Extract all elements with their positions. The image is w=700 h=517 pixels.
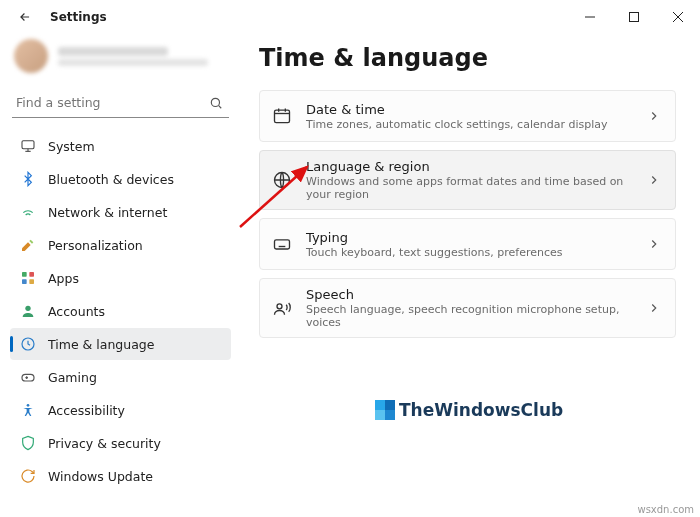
search-input[interactable] — [16, 95, 209, 110]
watermark-logo-icon — [375, 400, 395, 420]
accessibility-icon — [20, 402, 36, 418]
bluetooth-icon — [20, 171, 36, 187]
svg-point-4 — [211, 98, 219, 106]
card-subtitle: Speech language, speech recognition micr… — [306, 303, 633, 329]
sidebar-item-label: Personalization — [48, 238, 143, 253]
card-title: Date & time — [306, 102, 633, 117]
svg-rect-12 — [29, 279, 34, 284]
setting-card-keyboard[interactable]: Typing Touch keyboard, text suggestions,… — [259, 218, 676, 270]
svg-rect-1 — [630, 13, 639, 22]
svg-rect-24 — [275, 240, 290, 249]
nav-list: SystemBluetooth & devicesNetwork & inter… — [10, 130, 231, 492]
keyboard-icon — [272, 234, 292, 254]
sidebar-item-label: Accounts — [48, 304, 105, 319]
page-title: Time & language — [259, 44, 676, 72]
chevron-right-icon — [647, 237, 661, 251]
sidebar-item-label: Apps — [48, 271, 79, 286]
clock-icon — [272, 106, 292, 126]
card-title: Language & region — [306, 159, 633, 174]
sidebar-item-label: Time & language — [48, 337, 154, 352]
sidebar-item-time[interactable]: Time & language — [10, 328, 231, 360]
sidebar-item-accessibility[interactable]: Accessibility — [10, 394, 231, 426]
sidebar-item-label: Accessibility — [48, 403, 125, 418]
svg-rect-10 — [29, 272, 34, 277]
accounts-icon — [20, 303, 36, 319]
profile-section[interactable] — [10, 34, 231, 78]
update-icon — [20, 468, 36, 484]
svg-rect-11 — [22, 279, 27, 284]
sidebar-item-personalization[interactable]: Personalization — [10, 229, 231, 261]
search-icon — [209, 96, 223, 110]
card-subtitle: Windows and some apps format dates and t… — [306, 175, 633, 201]
sidebar-item-label: Bluetooth & devices — [48, 172, 174, 187]
sidebar-item-label: Network & internet — [48, 205, 167, 220]
card-title: Speech — [306, 287, 633, 302]
sidebar-item-system[interactable]: System — [10, 130, 231, 162]
gaming-icon — [20, 369, 36, 385]
minimize-icon — [585, 12, 595, 22]
chevron-right-icon — [647, 173, 661, 187]
card-subtitle: Touch keyboard, text suggestions, prefer… — [306, 246, 633, 259]
system-icon — [20, 138, 36, 154]
close-button[interactable] — [656, 0, 700, 34]
setting-card-globe[interactable]: Language & region Windows and some apps … — [259, 150, 676, 210]
card-subtitle: Time zones, automatic clock settings, ca… — [306, 118, 633, 131]
svg-line-5 — [219, 105, 222, 108]
sidebar-item-label: Windows Update — [48, 469, 153, 484]
personalization-icon — [20, 237, 36, 253]
sidebar-item-network[interactable]: Network & internet — [10, 196, 231, 228]
sidebar-item-apps[interactable]: Apps — [10, 262, 231, 294]
sidebar: SystemBluetooth & devicesNetwork & inter… — [0, 34, 237, 499]
avatar — [14, 39, 48, 73]
svg-rect-9 — [22, 272, 27, 277]
privacy-icon — [20, 435, 36, 451]
svg-point-18 — [27, 404, 30, 407]
sidebar-item-label: System — [48, 139, 95, 154]
close-icon — [673, 12, 683, 22]
globe-icon — [272, 170, 292, 190]
chevron-right-icon — [647, 301, 661, 315]
arrow-left-icon — [18, 10, 32, 24]
sidebar-item-bluetooth[interactable]: Bluetooth & devices — [10, 163, 231, 195]
maximize-icon — [629, 12, 639, 22]
sidebar-item-label: Gaming — [48, 370, 97, 385]
svg-rect-19 — [275, 110, 290, 123]
sidebar-item-gaming[interactable]: Gaming — [10, 361, 231, 393]
svg-point-29 — [277, 304, 282, 309]
maximize-button[interactable] — [612, 0, 656, 34]
sidebar-item-privacy[interactable]: Privacy & security — [10, 427, 231, 459]
network-icon — [20, 204, 36, 220]
time-icon — [20, 336, 36, 352]
sidebar-item-label: Privacy & security — [48, 436, 161, 451]
sidebar-item-accounts[interactable]: Accounts — [10, 295, 231, 327]
titlebar: Settings — [0, 0, 700, 34]
chevron-right-icon — [647, 109, 661, 123]
back-button[interactable] — [14, 6, 36, 28]
sidebar-item-update[interactable]: Windows Update — [10, 460, 231, 492]
window-title: Settings — [50, 10, 107, 24]
main-content: Time & language Date & time Time zones, … — [237, 34, 700, 499]
setting-card-clock[interactable]: Date & time Time zones, automatic clock … — [259, 90, 676, 142]
attribution-text: wsxdn.com — [637, 504, 694, 515]
settings-cards: Date & time Time zones, automatic clock … — [259, 90, 676, 338]
apps-icon — [20, 270, 36, 286]
svg-point-13 — [25, 306, 30, 311]
setting-card-speech[interactable]: Speech Speech language, speech recogniti… — [259, 278, 676, 338]
card-title: Typing — [306, 230, 633, 245]
watermark-text: TheWindowsClub — [399, 400, 563, 420]
speech-icon — [272, 298, 292, 318]
search-box[interactable] — [12, 88, 229, 118]
watermark: TheWindowsClub — [375, 400, 563, 420]
svg-rect-6 — [22, 141, 34, 149]
minimize-button[interactable] — [568, 0, 612, 34]
